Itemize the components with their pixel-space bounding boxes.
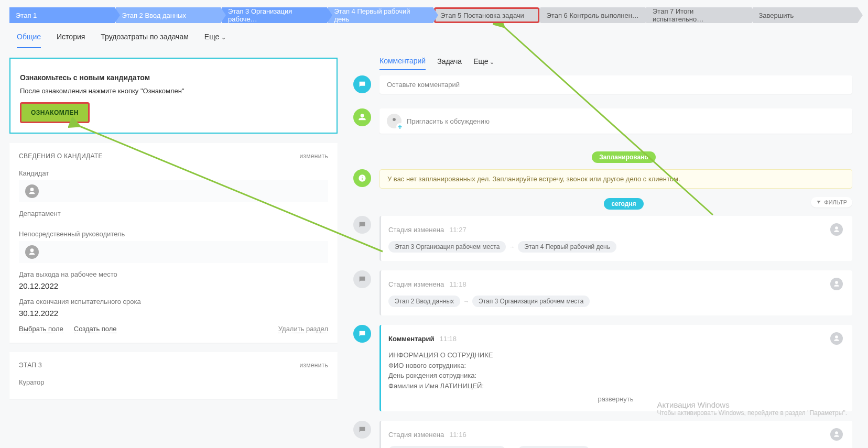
comment-entry-icon — [353, 325, 371, 343]
log-title: Стадия изменена — [388, 431, 444, 439]
stage-chip: Этап 2 Ввод данных — [388, 296, 460, 307]
comment-icon — [353, 75, 371, 93]
person-icon — [25, 184, 39, 198]
stage-1[interactable]: Этап 1 — [9, 7, 115, 23]
log-time: 11:27 — [449, 226, 466, 234]
stage-change-icon — [353, 270, 371, 288]
log-avatar — [830, 428, 843, 441]
planned-chip: Запланировано — [592, 151, 656, 163]
candidate-panel: СВЕДЕНИЯ О КАНДИДАТЕ изменить Кандидат Д… — [9, 143, 338, 343]
supervisor-label: Непосредственный руководитель — [19, 230, 328, 238]
create-field-link[interactable]: Создать поле — [74, 325, 117, 333]
avatar-plus-icon: + — [387, 114, 402, 128]
rtab-задача[interactable]: Задача — [437, 57, 462, 70]
stage-chip: Этап 4 Первый рабочий день — [518, 241, 616, 253]
date-out-value: 20.12.2022 — [19, 281, 328, 290]
stage-6[interactable]: Этап 6 Контроль выполнен… — [540, 7, 646, 23]
stage-chip: Этап 3 Организация рабочем места — [388, 241, 506, 253]
stage3-panel-edit[interactable]: изменить — [299, 362, 328, 369]
stage-change-icon — [353, 216, 371, 234]
stage-chip: Этап 3 Организация рабочем места — [388, 446, 506, 448]
curator-label: Куратор — [19, 378, 328, 386]
supervisor-field[interactable] — [19, 241, 328, 263]
date-end-label: Дата окончания испытательного срока — [19, 298, 328, 305]
log-time: 11:18 — [449, 280, 466, 288]
tab-история[interactable]: История — [57, 32, 85, 48]
stage-8[interactable]: Завершить — [753, 7, 858, 23]
log-title: Стадия изменена — [388, 226, 444, 234]
invite-input[interactable]: + Пригласить к обсуждению — [379, 108, 852, 134]
date-out-label: Дата выхода на рабочее место — [19, 270, 328, 278]
filter-button[interactable]: ФИЛЬТР — [811, 197, 852, 207]
candidate-label: Кандидат — [19, 169, 328, 177]
tab-трудозатраты-по-задачам[interactable]: Трудозатраты по задачам — [101, 32, 188, 48]
infobox-text: После ознакомления нажмите кнопку "Ознак… — [20, 87, 327, 95]
log-item: Стадия изменена11:16Этап 3 Организация р… — [379, 421, 852, 448]
infobox-title: Ознакомьтесь с новым кандидатом — [20, 73, 327, 82]
stage-chip: Этап 2 Ввод данных — [518, 446, 590, 448]
log-time: 11:16 — [449, 431, 466, 439]
log-avatar — [830, 223, 843, 236]
stage-change-icon — [353, 421, 371, 439]
candidate-panel-title: СВЕДЕНИЯ О КАНДИДАТЕ — [19, 152, 103, 160]
candidate-panel-edit[interactable]: изменить — [299, 152, 328, 160]
log-time: 11:18 — [440, 335, 457, 343]
expand-link[interactable]: развернуть — [388, 391, 843, 403]
today-chip: сегодня — [604, 198, 643, 210]
stage-7[interactable]: Этап 7 Итоги испытательно… — [646, 7, 752, 23]
log-avatar — [830, 278, 843, 290]
infobox: Ознакомьтесь с новым кандидатом После оз… — [9, 58, 338, 134]
stage-4[interactable]: Этап 4 Первый рабочий день — [328, 7, 433, 23]
stage-5[interactable]: Этап 5 Постановка задачи — [434, 7, 539, 23]
info-icon — [353, 169, 371, 187]
delete-section-link[interactable]: Удалить раздел — [278, 325, 328, 333]
candidate-field[interactable] — [19, 180, 328, 202]
person-icon — [25, 245, 39, 259]
stage3-panel-title: ЭТАП 3 — [19, 362, 42, 369]
log-avatar — [830, 332, 843, 345]
rtab-еще[interactable]: Еще⌄ — [473, 57, 494, 70]
log-title: Стадия изменена — [388, 280, 444, 288]
department-label: Департамент — [19, 210, 328, 217]
no-plans-warning: У вас нет запланированных дел. Запланиру… — [379, 169, 852, 189]
log-item: Стадия изменена11:18Этап 2 Ввод данных→Э… — [379, 270, 852, 315]
log-item: Комментарий11:18ИНФОРМАЦИЯ О СОТРУДНИКЕФ… — [379, 325, 852, 411]
invite-label: Пригласить к обсуждению — [407, 117, 490, 125]
log-item: Стадия изменена11:27Этап 3 Организация р… — [379, 216, 852, 261]
select-field-link[interactable]: Выбрать поле — [19, 325, 63, 333]
stage3-panel: ЭТАП 3 изменить Куратор — [9, 352, 338, 399]
comment-input[interactable]: Оставьте комментарий — [379, 75, 852, 94]
tab-общие[interactable]: Общие — [17, 32, 41, 48]
acknowledge-button[interactable]: ОЗНАКОМЛЕН — [20, 102, 90, 123]
rtab-комментарий[interactable]: Комментарий — [379, 57, 426, 70]
stage-3[interactable]: Этап 3 Организация рабоче… — [222, 7, 327, 23]
stage-chip: Этап 3 Организация рабочем места — [472, 296, 590, 307]
log-title: Комментарий — [388, 335, 435, 343]
stage-2[interactable]: Этап 2 Ввод данных — [116, 7, 221, 23]
date-end-value: 30.12.2022 — [19, 309, 328, 318]
tab-еще[interactable]: Еще⌄ — [204, 32, 226, 48]
invite-icon — [353, 108, 371, 126]
